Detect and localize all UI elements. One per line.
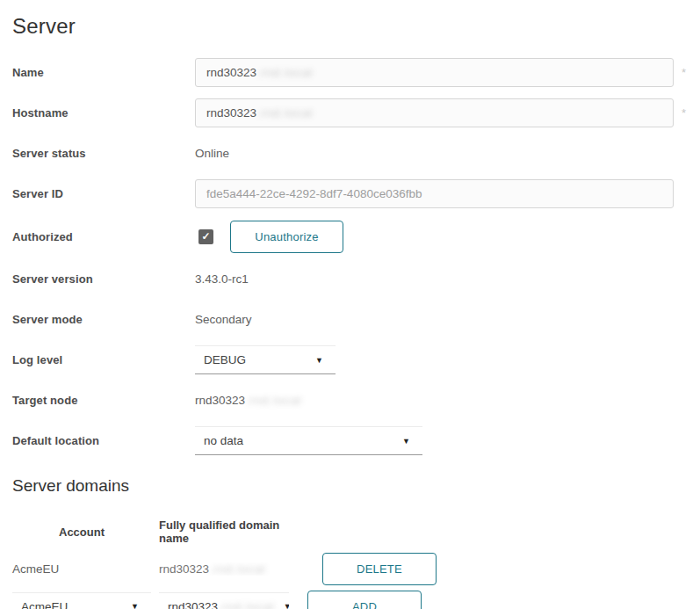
domain-account-value: AcmeEU [12,562,151,576]
new-domain-fqdn-select[interactable]: rnd30323.rnd.local ▼ [159,592,289,609]
domain-row: AcmeEU rnd30323.rnd.local DELETE [12,552,686,585]
authorized-row: Authorized ✓ Unauthorize [12,220,686,253]
chevron-down-icon: ▼ [402,437,410,446]
server-settings-page: Server Name rnd30323.rnd.local * Hostnam… [0,0,700,609]
server-mode-row: Server mode Secondary [12,305,686,334]
hostname-value: rnd30323 [206,106,256,120]
new-domain-fqdn-redacted: .rnd.local [218,600,275,609]
server-domains-table: Account Fully qualified domain name Acme… [12,518,686,609]
required-asterisk: * [674,66,686,79]
page-title: Server [12,14,686,39]
default-location-label: Default location [12,434,195,447]
server-domains-heading: Server domains [12,476,686,496]
name-row: Name rnd30323.rnd.local * [12,58,686,87]
name-value-redacted: .rnd.local [256,66,314,79]
domain-fqdn-value: rnd30323.rnd.local [159,562,306,576]
domains-header-row: Account Fully qualified domain name [12,518,686,545]
hostname-label: Hostname [12,106,195,120]
add-domain-row: AcmeEU ▼ rnd30323.rnd.local ▼ ADD [12,590,686,609]
log-level-row: Log level DEBUG ▼ [12,345,686,374]
chevron-down-icon: ▼ [131,602,139,609]
hostname-input[interactable]: rnd30323.rnd.local [195,98,674,127]
authorized-checkbox[interactable]: ✓ [198,229,213,244]
target-node-label: Target node [12,394,195,407]
domain-fqdn-text: rnd30323 [159,562,209,576]
authorized-label: Authorized [12,230,195,243]
server-version-value: 3.43.0-rc1 [195,272,249,286]
server-status-label: Server status [12,147,195,160]
server-mode-value: Secondary [195,313,252,326]
name-label: Name [12,66,195,79]
name-value: rnd30323 [206,66,256,79]
hostname-row: Hostname rnd30323.rnd.local * [12,98,686,127]
name-input[interactable]: rnd30323.rnd.local [195,58,674,87]
target-node-row: Target node rnd30323.rnd.local [12,386,686,415]
domain-fqdn-redacted: .rnd.local [209,562,266,576]
log-level-label: Log level [12,353,195,366]
default-location-select[interactable]: no data ▼ [195,426,422,455]
new-domain-fqdn-text: rnd30323 [168,600,218,609]
server-id-value: fde5a444-22ce-4292-8df7-4080ce036fbb [206,187,422,200]
server-status-value: Online [195,147,229,160]
server-status-row: Server status Online [12,139,686,168]
new-domain-account-select[interactable]: AcmeEU ▼ [12,592,151,609]
target-node-text: rnd30323 [195,394,245,407]
server-version-row: Server version 3.43.0-rc1 [12,265,686,294]
hostname-value-redacted: .rnd.local [256,106,314,120]
server-version-label: Server version [12,272,195,286]
required-asterisk: * [674,106,686,120]
delete-domain-button[interactable]: DELETE [322,553,437,585]
account-column-header: Account [12,526,151,539]
chevron-down-icon: ▼ [315,356,323,365]
add-domain-button[interactable]: ADD [307,591,422,609]
server-id-label: Server ID [12,187,195,200]
fqdn-column-header: Fully qualified domain name [159,518,306,545]
log-level-select[interactable]: DEBUG ▼ [195,345,336,374]
new-domain-fqdn-value: rnd30323.rnd.local [168,600,275,609]
target-node-redacted: .rnd.local [245,394,302,407]
default-location-value: no data [204,434,243,447]
unauthorize-button[interactable]: Unauthorize [230,221,343,253]
target-node-value: rnd30323.rnd.local [195,394,302,407]
server-id-row: Server ID fde5a444-22ce-4292-8df7-4080ce… [12,179,686,208]
default-location-row: Default location no data ▼ [12,426,686,455]
server-id-input: fde5a444-22ce-4292-8df7-4080ce036fbb [195,179,674,208]
chevron-down-icon: ▼ [284,602,289,609]
log-level-value: DEBUG [204,353,246,366]
new-domain-account-value: AcmeEU [21,600,68,609]
server-mode-label: Server mode [12,313,195,326]
checkmark-icon: ✓ [201,230,210,243]
